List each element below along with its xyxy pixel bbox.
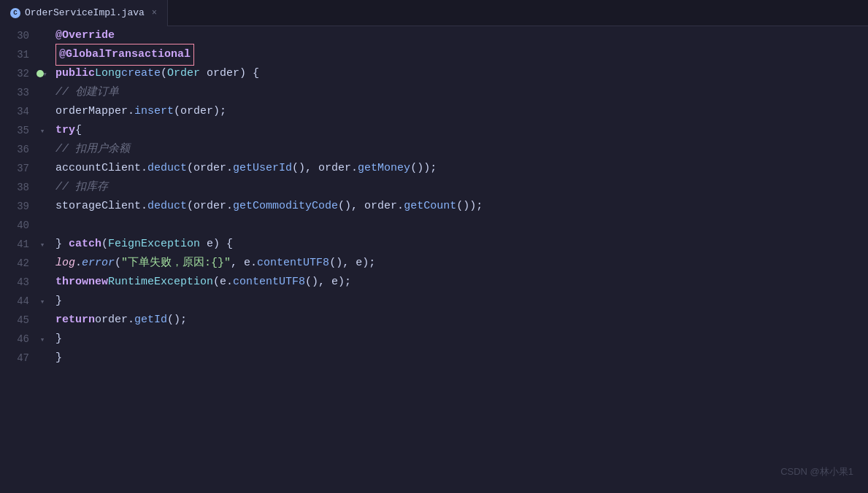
line-number-38: 38	[0, 178, 35, 197]
code-line-38: // 扣库存	[55, 178, 868, 197]
fold-arrow[interactable]: ▾	[40, 297, 45, 306]
code-content: @Override @GlobalTransactional public Lo…	[50, 26, 868, 368]
tab-bar: C OrderServiceImpl.java ×	[0, 0, 868, 26]
code-line-33: // 创建订单	[55, 83, 868, 102]
watermark: CSDN @林小果1	[780, 465, 853, 478]
line-number-37: 37	[0, 159, 35, 178]
code-line-35: try {	[55, 121, 868, 140]
code-line-39: storageClient.deduct(order.getCommodityC…	[55, 197, 868, 216]
line-number-47: 47	[0, 349, 35, 368]
gutter-row-40	[35, 216, 50, 235]
gutter-row-38	[35, 178, 50, 197]
code-line-43: throw new RuntimeException(e.contentUTF8…	[55, 273, 868, 292]
code-line-32: public Long create(Order order) {	[55, 64, 868, 83]
line-number-41: 41	[0, 235, 35, 254]
fold-arrow[interactable]: ▾	[40, 335, 45, 344]
line-number-30: 30	[0, 26, 35, 45]
code-line-42: log.error("下单失败，原因:{}", e.contentUTF8(),…	[55, 254, 868, 273]
java-file-icon: C	[10, 8, 20, 18]
line-number-35: 35	[0, 121, 35, 140]
editor-wrapper: @Override @GlobalTransactional public Lo…	[50, 26, 868, 493]
line-number-45: 45	[0, 311, 35, 330]
code-line-36: // 扣用户余额	[55, 140, 868, 159]
tab-close-button[interactable]: ×	[152, 8, 157, 18]
gutter-row-45	[35, 311, 50, 330]
code-line-40	[55, 216, 868, 235]
line-number-44: 44	[0, 292, 35, 311]
code-line-34: orderMapper.insert(order);	[55, 102, 868, 121]
code-line-41: } catch (FeignException e) {	[55, 235, 868, 254]
line-number-46: 46	[0, 330, 35, 349]
line-number-34: 34	[0, 102, 35, 121]
line-number-43: 43	[0, 273, 35, 292]
code-line-46: }	[55, 330, 868, 349]
code-line-45: return order.getId();	[55, 311, 868, 330]
code-line-31: @GlobalTransactional	[55, 45, 868, 64]
gutter-row-35: ▾	[35, 121, 50, 140]
line-numbers: 303132333435363738394041424344454647	[0, 26, 35, 493]
gutter-row-41: ▾	[35, 235, 50, 254]
line-number-42: 42	[0, 254, 35, 273]
gutter: ↑▾▾▾▾▾	[35, 26, 50, 493]
gutter-row-42	[35, 254, 50, 273]
code-line-44: }	[55, 292, 868, 311]
editor-area: 303132333435363738394041424344454647 ↑▾▾…	[0, 26, 868, 493]
line-number-40: 40	[0, 216, 35, 235]
line-number-31: 31	[0, 45, 35, 64]
tab-filename: OrderServiceImpl.java	[25, 7, 145, 18]
gutter-row-46: ▾	[35, 330, 50, 349]
line-number-36: 36	[0, 140, 35, 159]
code-line-37: accountClient.deduct(order.getUserId(), …	[55, 159, 868, 178]
line-number-32: 32	[0, 64, 35, 83]
gutter-row-43	[35, 273, 50, 292]
gutter-row-44: ▾	[35, 292, 50, 311]
gutter-row-47	[35, 349, 50, 368]
fold-arrow[interactable]: ▾	[40, 126, 45, 136]
gutter-row-33	[35, 83, 50, 102]
gutter-row-39	[35, 197, 50, 216]
code-line-30: @Override	[55, 26, 868, 45]
line-number-33: 33	[0, 83, 35, 102]
fold-arrow[interactable]: ▾	[40, 240, 45, 249]
gutter-row-37	[35, 159, 50, 178]
gutter-row-31	[35, 45, 50, 64]
gutter-row-36	[35, 140, 50, 159]
gutter-row-32: ↑▾	[35, 64, 50, 83]
breakpoint-marker	[37, 70, 44, 77]
gutter-row-34	[35, 102, 50, 121]
gutter-row-30	[35, 26, 50, 45]
line-number-39: 39	[0, 197, 35, 216]
tab-orderserviceimpl[interactable]: C OrderServiceImpl.java ×	[0, 0, 168, 26]
code-line-47: }	[55, 349, 868, 368]
